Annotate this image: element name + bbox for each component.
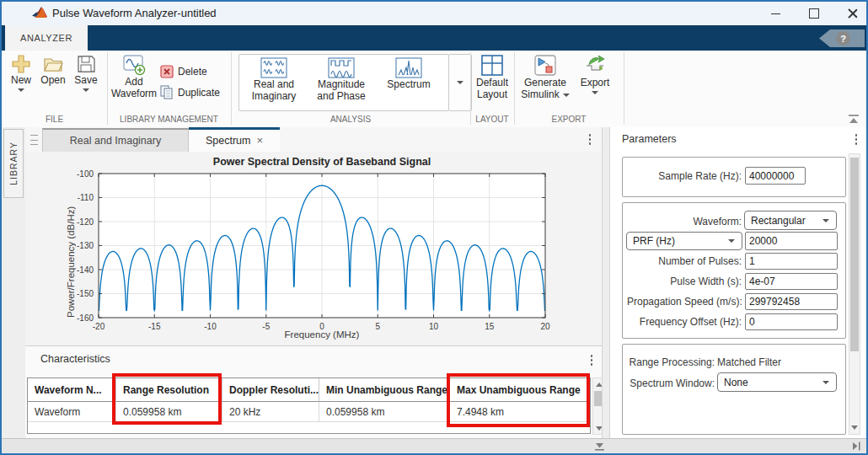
divider (624, 52, 624, 125)
y-tick-labels: -160-150-140-130-120-110-100 (77, 169, 94, 323)
default-layout-icon (480, 54, 504, 77)
table-empty-area (28, 422, 590, 433)
save-icon (76, 54, 96, 74)
gallery-dropdown-button[interactable] (448, 54, 472, 111)
svg-text:-150: -150 (77, 289, 94, 298)
real-and-imaginary-label-2: Imaginary (252, 90, 297, 102)
col-range-resolution[interactable]: Range Resolution (116, 378, 222, 402)
parameters-options-icon[interactable] (851, 134, 861, 145)
collapse-bottom-panel-button[interactable] (593, 440, 606, 455)
cell-doppler-resolution: 20 kHz (222, 402, 319, 422)
library-panel-tab[interactable]: LIBRARY (3, 129, 24, 198)
close-button[interactable] (836, 2, 868, 25)
drag-grip-icon[interactable] (30, 135, 38, 145)
delete-button[interactable]: Delete (160, 65, 207, 78)
window-title: Pulse Waveform Analyzer-untitled (52, 2, 217, 25)
tab-real-and-imaginary[interactable]: Real and Imaginary (42, 128, 189, 152)
col-max-unambiguous-range[interactable]: Max Unambiguous Range (450, 378, 590, 402)
scrollbar-thumb[interactable] (850, 158, 859, 351)
document-options-icon[interactable] (585, 134, 595, 145)
characteristics-table[interactable]: Waveform N... Range Resolution Doppler R… (27, 377, 591, 434)
svg-text:-110: -110 (78, 193, 94, 202)
chevron-down-icon (563, 94, 570, 97)
delete-icon (160, 65, 174, 78)
generate-simulink-button[interactable]: Generate Simulink (516, 54, 575, 100)
collapse-ribbon-button[interactable] (846, 112, 861, 126)
num-pulses-input[interactable] (745, 253, 838, 270)
sample-rate-input[interactable] (745, 167, 806, 185)
open-button[interactable]: Open (37, 54, 69, 86)
minimize-icon (771, 13, 780, 14)
collapse-down-icon (593, 441, 606, 452)
add-waveform-button[interactable]: Add Waveform (108, 54, 160, 99)
new-button[interactable]: New (5, 54, 37, 92)
chart-xlabel: Frequency (MHz) (99, 329, 545, 340)
spectrum-window-label: Spectrum Window: (627, 377, 715, 389)
range-processing-label: Range Processing: (627, 356, 715, 368)
prf-dropdown[interactable]: PRF (Hz) (626, 232, 742, 250)
help-icon: ? (836, 31, 850, 46)
prop-speed-input[interactable] (745, 293, 838, 310)
spectrum-figure: Power Spectral Density of Baseband Signa… (25, 152, 602, 345)
col-min-unambiguous-range[interactable]: Min Unambiguous Range (319, 378, 450, 402)
freq-offset-label: Frequency Offset (Hz): (627, 316, 742, 328)
parameters-scrollbar[interactable] (849, 153, 860, 435)
spectrum-item[interactable]: Spectrum (376, 57, 442, 106)
default-layout-label-2: Layout (477, 88, 507, 100)
save-button[interactable]: Save (70, 54, 102, 92)
col-waveform-name[interactable]: Waveform N... (28, 378, 116, 402)
real-and-imaginary-item[interactable]: Real and Imaginary (241, 57, 307, 106)
characteristics-title: Characteristics (40, 353, 110, 365)
save-label: Save (74, 74, 97, 86)
magnitude-and-phase-item[interactable]: Magnitude and Phase (308, 57, 374, 106)
tab-close-icon[interactable]: × (256, 136, 263, 146)
pulse-width-input[interactable] (745, 273, 838, 290)
maximize-button[interactable] (797, 2, 831, 25)
maximize-icon (809, 8, 819, 19)
close-icon (848, 8, 858, 19)
real-and-imaginary-label-1: Real and (254, 78, 294, 90)
library-tab-label: LIBRARY (8, 142, 19, 185)
chevron-down-icon (83, 88, 89, 92)
matlab-logo-icon (32, 6, 47, 21)
spectrum-icon (395, 57, 422, 78)
range-processing-value: Matched Filter (717, 356, 781, 368)
psd-plot: -20-15-10-505101520-160-150-140-130-120-… (25, 152, 602, 345)
new-label: New (11, 74, 31, 86)
prf-label: PRF (Hz) (633, 235, 675, 247)
num-pulses-label: Number of Pulses: (627, 255, 742, 267)
waveform-dropdown[interactable]: Rectangular (744, 211, 837, 230)
prf-input[interactable] (745, 232, 838, 250)
generate-simulink-label-2: Simulink (521, 88, 559, 100)
col-doppler-resolution[interactable]: Doppler Resoluti... (222, 378, 319, 402)
scroll-down-icon[interactable] (849, 422, 860, 432)
cell-max-unambiguous-range: 7.4948 km (450, 402, 590, 422)
tab-spectrum[interactable]: Spectrum × (189, 127, 280, 152)
spectrum-label: Spectrum (387, 78, 430, 90)
table-row[interactable]: Waveform 0.059958 km 20 kHz 0.059958 km … (28, 402, 590, 422)
svg-text:-140: -140 (77, 265, 94, 275)
characteristics-options-icon[interactable] (587, 355, 597, 366)
ribbon-tab-band (2, 25, 866, 51)
spectrum-window-value: None (724, 377, 748, 388)
export-button[interactable]: Export (576, 54, 613, 94)
default-layout-button[interactable]: Default Layout (472, 54, 512, 100)
duplicate-button[interactable]: Duplicate (159, 85, 220, 99)
waveform-label: Waveform: (627, 216, 742, 228)
panel-splitter[interactable] (602, 127, 610, 438)
spectrum-window-dropdown[interactable]: None (717, 372, 837, 392)
sample-rate-label: Sample Rate (Hz): (627, 170, 742, 182)
expand-right-panel-button[interactable] (849, 440, 862, 455)
chevron-down-icon (728, 239, 735, 243)
default-layout-label-1: Default (476, 77, 508, 88)
open-icon (43, 54, 63, 74)
add-waveform-label-1: Add (125, 76, 142, 88)
section-analysis: ANALYSIS (231, 115, 470, 124)
svg-text:-120: -120 (77, 217, 94, 227)
minimize-button[interactable] (758, 2, 792, 25)
tab-analyzer[interactable]: ANALYZER (5, 25, 88, 51)
add-waveform-label-2: Waveform (111, 88, 157, 99)
real-and-imaginary-icon (260, 57, 287, 78)
chevron-down-icon (822, 219, 829, 222)
freq-offset-input[interactable] (745, 313, 838, 330)
